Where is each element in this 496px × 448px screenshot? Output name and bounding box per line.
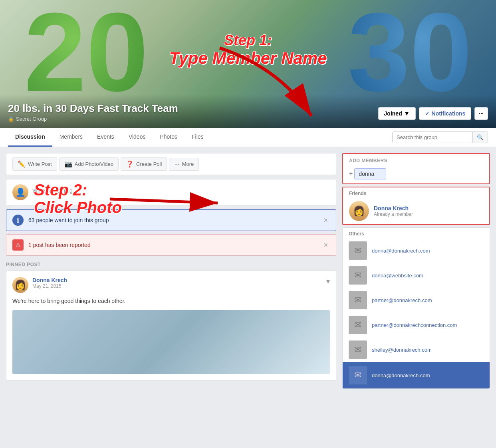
nav-tabs: Discussion Members Events Videos Photos … (8, 128, 211, 147)
report-banner: ⚠ 1 post has been reported × (6, 234, 336, 256)
info-icon: ℹ (12, 215, 24, 226)
join-request-banner: ℹ 63 people want to join this group × (6, 209, 336, 231)
post-compose: 👤 Write something... (6, 179, 336, 205)
post-author-name[interactable]: Donna Krech (32, 277, 322, 283)
search-input[interactable] (393, 132, 472, 143)
other-email-4: partner@donnakrechconnection.com (372, 322, 457, 328)
report-banner-close[interactable]: × (321, 241, 330, 249)
compose-area: 👤 Write something... Step 2: Click Photo (6, 179, 336, 205)
other-item-4[interactable]: ✉ partner@donnakrechconnection.com (343, 313, 490, 337)
add-members-header: ADD MEMBERS (343, 154, 489, 166)
chevron-down-icon: ▼ (404, 110, 410, 117)
tab-discussion[interactable]: Discussion (8, 128, 52, 147)
other-email-1: donna@donnakrech.com (372, 248, 430, 254)
add-members-input-row: + donna (343, 166, 489, 183)
write-post-button[interactable]: ✏️ Write Post (12, 157, 57, 171)
group-name: 20 lbs. in 30 Days Fast Track Team (8, 102, 178, 115)
pinned-post-card: 👩 Donna Krech May 21, 2015 ▾ We're here … (6, 271, 336, 380)
step1-line2: Type Member Name (169, 49, 327, 68)
friend-info: Donna Krech Already a member (374, 205, 483, 217)
other-item-6[interactable]: ✉ donna@donnakrech.com (343, 362, 490, 388)
pencil-icon: ✏️ (18, 160, 26, 168)
current-user-avatar: 👤 (12, 184, 28, 200)
more-dots-button[interactable]: ··· (474, 107, 488, 120)
cover-buttons: Joined ▼ ✓ Notifications ··· (378, 107, 488, 120)
step1-overlay: Step 1: Type Member Name (169, 32, 327, 68)
post-author-avatar: 👩 (12, 277, 28, 293)
others-section: Others ✉ donna@donnakrech.com ✉ donna@we… (342, 227, 490, 389)
post-actions-bar: ✏️ Write Post 📷 Add Photo/Video ❓ Create… (6, 153, 336, 175)
tab-videos[interactable]: Videos (121, 128, 153, 147)
post-author-info: Donna Krech May 21, 2015 (32, 277, 322, 289)
nav-bar: Discussion Members Events Videos Photos … (0, 128, 496, 147)
post-menu-button[interactable]: ▾ (326, 277, 330, 286)
author-avatar-image: 👩 (12, 277, 28, 293)
join-request-text: 63 people want to join this group (28, 217, 317, 223)
step1-line1: Step 1: (169, 32, 327, 49)
banner-close-button[interactable]: × (321, 216, 330, 225)
main-content: ✏️ Write Post 📷 Add Photo/Video ❓ Create… (0, 147, 496, 395)
checkmark-icon: ✓ (425, 110, 430, 117)
other-email-6: donna@donnakrech.com (372, 372, 430, 378)
email-avatar-6: ✉ (349, 366, 367, 384)
other-email-2: donna@webbsite.com (372, 273, 423, 279)
left-column: ✏️ Write Post 📷 Add Photo/Video ❓ Create… (6, 153, 336, 389)
dots-icon: ··· (174, 161, 179, 168)
group-type: 🔒 Secret Group (8, 116, 178, 122)
pinned-post-label: PINNED POST (6, 262, 336, 267)
friends-label: Friends (343, 187, 489, 198)
add-members-input[interactable]: donna (354, 168, 386, 179)
lock-icon: 🔒 (8, 116, 14, 122)
email-avatar-4: ✉ (349, 316, 367, 334)
group-search[interactable]: 🔍 (392, 131, 488, 143)
camera-icon: 📷 (64, 160, 72, 168)
email-avatar-5: ✉ (349, 340, 367, 359)
email-avatar-1: ✉ (349, 241, 367, 260)
post-header: 👩 Donna Krech May 21, 2015 ▾ (12, 277, 330, 293)
avatar-image: 👤 (12, 184, 28, 200)
email-avatar-2: ✉ (349, 266, 367, 285)
poll-icon: ❓ (126, 160, 134, 168)
other-item-3[interactable]: ✉ partner@donnakrech.com (343, 288, 490, 313)
email-avatar-3: ✉ (349, 291, 367, 309)
create-poll-button[interactable]: ❓ Create Poll (121, 157, 167, 171)
plus-icon: + (349, 170, 353, 177)
other-item-2[interactable]: ✉ donna@webbsite.com (343, 263, 490, 288)
search-button[interactable]: 🔍 (472, 132, 488, 143)
post-image (12, 310, 330, 374)
cover-area: 20 30 Step 1: Type Member Name 20 lbs. i… (0, 0, 496, 128)
post-text: We're here to bring good things to each … (12, 297, 330, 305)
joined-button[interactable]: Joined ▼ (378, 107, 416, 120)
friend-avatar: 👩 (349, 201, 369, 221)
others-label: Others (343, 228, 490, 238)
cover-group-info: 20 lbs. in 30 Days Fast Track Team 🔒 Sec… (0, 94, 496, 128)
friend-avatar-image: 👩 (349, 201, 369, 221)
other-item-5[interactable]: ✉ shelley@donnakrech.com (343, 337, 490, 362)
tab-files[interactable]: Files (185, 128, 211, 147)
report-text: 1 post has been reported (28, 242, 317, 248)
right-column: ADD MEMBERS + donna Friends 👩 Donna Krec… (342, 153, 490, 389)
compose-placeholder[interactable]: Write something... (32, 184, 77, 197)
other-email-3: partner@donnakrech.com (372, 297, 432, 303)
more-button[interactable]: ··· More (169, 158, 199, 171)
notifications-button[interactable]: ✓ Notifications (419, 107, 472, 120)
friend-name: Donna Krech (374, 205, 483, 211)
friends-section: Friends 👩 Donna Krech Already a member (342, 187, 490, 225)
post-date: May 21, 2015 (32, 283, 322, 289)
tab-members[interactable]: Members (52, 128, 90, 147)
friend-status: Already a member (374, 211, 483, 217)
other-email-5: shelley@donnakrech.com (372, 347, 432, 353)
warning-icon: ⚠ (12, 239, 24, 251)
add-members-panel: ADD MEMBERS + donna (342, 153, 490, 184)
add-photo-button[interactable]: 📷 Add Photo/Video (59, 157, 119, 171)
tab-events[interactable]: Events (90, 128, 121, 147)
tab-photos[interactable]: Photos (153, 128, 185, 147)
other-item-1[interactable]: ✉ donna@donnakrech.com (343, 238, 490, 263)
friend-item[interactable]: 👩 Donna Krech Already a member (343, 198, 489, 224)
